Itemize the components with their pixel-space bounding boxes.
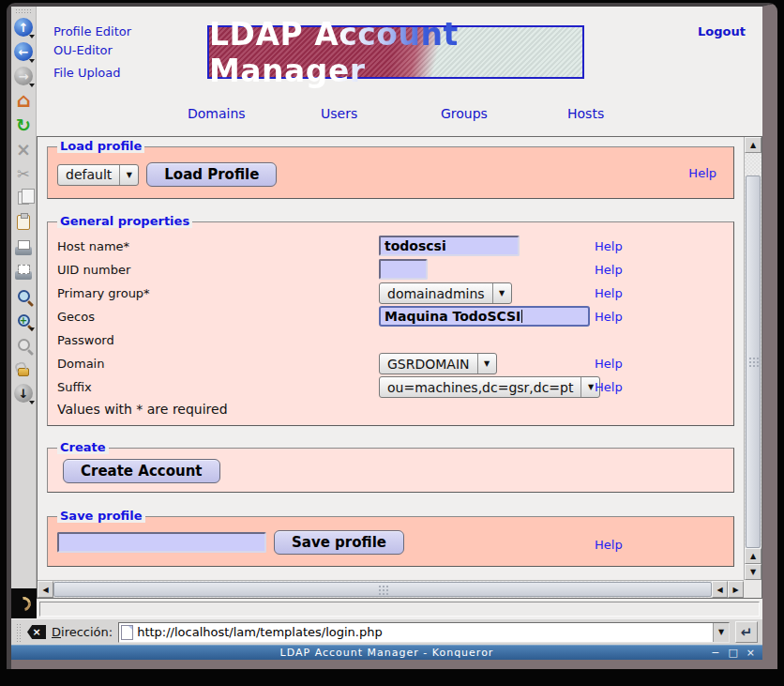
nav-groups-link[interactable]: Groups [441, 106, 488, 121]
profile-select-value: default [58, 167, 119, 182]
create-account-button[interactable]: Create Account [63, 459, 220, 483]
toolbar-handle[interactable] [15, 8, 32, 14]
clear-location-icon[interactable]: × [27, 625, 46, 639]
scroll-down-button[interactable]: ▼ [745, 564, 761, 580]
scroll-up-button-2[interactable]: ▲ [745, 548, 761, 564]
fetch-button[interactable]: ↓ [12, 381, 36, 405]
domain-value: GSRDOMAIN [380, 357, 477, 372]
save-profile-button[interactable]: Save profile [274, 530, 404, 555]
nav-domains-link[interactable]: Domains [188, 106, 246, 121]
nav-hosts-link[interactable]: Hosts [567, 106, 604, 121]
back-button[interactable]: ← [12, 39, 36, 64]
cut-icon: ✂ [17, 165, 29, 183]
print-frame-icon [15, 271, 32, 280]
home-button[interactable]: ⌂ [12, 88, 36, 113]
status-zone [37, 599, 762, 618]
browser-toolbar: ↑ ← → ⌂ ↻ × ✂ + ↓ [11, 7, 37, 618]
host-name-help-link[interactable]: Help [595, 239, 623, 253]
stop-icon: × [16, 139, 31, 160]
logout-link[interactable]: Logout [698, 24, 746, 38]
save-profile-input[interactable] [57, 532, 266, 553]
gecos-row: Gecos Maquina TodoSCSI Help [48, 306, 733, 329]
domain-select[interactable]: GSRDOMAIN ▼ [379, 353, 497, 374]
minimize-button[interactable]: − [711, 647, 719, 660]
primary-group-help-link[interactable]: Help [595, 286, 623, 300]
scroll-left-button-2[interactable]: ◀ [712, 581, 728, 598]
print-frame-button[interactable] [12, 259, 36, 283]
forward-icon: → [14, 67, 33, 85]
scroll-right-button[interactable]: ▶ [728, 581, 744, 598]
throbber-icon [14, 594, 34, 614]
address-input[interactable]: http://localhost/lam/templates/login.php… [118, 622, 730, 643]
save-profile-fieldset: Save profile Save profile Help [47, 516, 734, 567]
host-name-input[interactable]: todoscsi [379, 236, 520, 256]
find-button[interactable] [12, 283, 36, 308]
chevron-down-icon[interactable]: ▼ [119, 165, 138, 185]
required-note: Values with * are required [57, 402, 228, 417]
nav-users-link[interactable]: Users [321, 106, 357, 121]
go-button[interactable]: ↵ [735, 621, 758, 643]
chevron-down-icon[interactable]: ▼ [477, 354, 496, 373]
horizontal-scroll-thumb[interactable] [53, 582, 712, 597]
host-name-value: todoscsi [384, 238, 446, 253]
close-button[interactable]: × [746, 647, 755, 660]
scroll-left-button[interactable]: ◀ [38, 581, 53, 598]
konqueror-window: ↑ ← → ⌂ ↻ × ✂ + ↓ Prof [7, 3, 777, 669]
vertical-scroll-thumb[interactable] [746, 175, 761, 548]
scroll-up-button[interactable]: ▲ [745, 137, 761, 153]
form-content: Load profile default ▼ Load Profile Help [38, 137, 744, 580]
profile-editor-link[interactable]: Profile Editor [53, 24, 131, 38]
gecos-input[interactable]: Maquina TodoSCSI [379, 306, 590, 327]
text-cursor [521, 310, 522, 323]
file-upload-link[interactable]: File Upload [53, 66, 120, 80]
create-row: Create Account [48, 449, 733, 483]
host-name-label: Host name* [57, 239, 129, 253]
profile-select[interactable]: default ▼ [57, 164, 139, 186]
scrollbar-corner [744, 580, 761, 598]
vertical-scroll-track[interactable] [745, 153, 761, 548]
primary-group-select[interactable]: domainadmins ▼ [379, 282, 512, 304]
up-button[interactable]: ↑ [12, 15, 36, 39]
go-icon: ↵ [741, 624, 753, 641]
zoom-in-icon: + [18, 314, 30, 327]
save-profile-help-link[interactable]: Help [595, 538, 623, 552]
address-dropdown-icon[interactable]: ▼ [713, 623, 729, 642]
general-properties-legend: General properties [57, 214, 192, 228]
horizontal-scroll-track[interactable] [53, 581, 712, 598]
chevron-down-icon[interactable]: ▼ [492, 283, 511, 303]
vertical-scrollbar[interactable]: ▲ ▲ ▼ [744, 137, 761, 580]
reload-button[interactable]: ↻ [12, 113, 36, 137]
domain-help-link[interactable]: Help [595, 357, 623, 371]
horizontal-scrollbar[interactable]: ◀ ◀ ▶ [38, 580, 744, 598]
save-profile-row: Save profile Help [48, 517, 733, 555]
page-header: Profile Editor OU-Editor File Upload Log… [37, 7, 762, 136]
uid-number-row: UID number Help [48, 259, 733, 282]
primary-group-value: domainadmins [380, 286, 492, 301]
print-button[interactable] [12, 235, 36, 259]
ou-editor-link[interactable]: OU-Editor [53, 43, 113, 57]
uid-number-help-link[interactable]: Help [595, 263, 623, 277]
paste-button[interactable] [12, 210, 36, 235]
scroll-down-icon: ▼ [750, 568, 756, 576]
required-note-row: Values with * are required [48, 400, 733, 423]
create-fieldset: Create Create Account [47, 448, 734, 493]
home-icon: ⌂ [16, 89, 30, 112]
stop-button: × [12, 137, 36, 161]
load-profile-button[interactable]: Load Profile [146, 162, 277, 187]
window-controls: − □ × [711, 647, 762, 660]
maximize-button[interactable]: □ [728, 647, 737, 660]
toolbar-handle[interactable] [16, 623, 22, 642]
uid-number-input[interactable] [379, 259, 428, 280]
browser-viewport: Profile Editor OU-Editor File Upload Log… [37, 7, 762, 618]
location-toolbar: × Dirección: http://localhost/lam/templa… [11, 618, 762, 645]
suffix-row: Suffix ou=machines,dc=gsr,dc=pt ▼ Help [48, 376, 733, 400]
load-profile-help-link[interactable]: Help [688, 166, 716, 180]
zoom-in-button[interactable]: + [12, 308, 36, 332]
address-url[interactable]: http://localhost/lam/templates/login.php [137, 625, 713, 639]
suffix-help-link[interactable]: Help [595, 380, 623, 394]
security-button[interactable] [12, 357, 36, 381]
suffix-select[interactable]: ou=machines,dc=gsr,dc=pt ▼ [379, 376, 600, 398]
window-titlebar[interactable]: LDAP Account Manager - Konqueror − □ × [11, 645, 762, 660]
gecos-help-link[interactable]: Help [595, 310, 623, 324]
copy-button [12, 186, 36, 210]
